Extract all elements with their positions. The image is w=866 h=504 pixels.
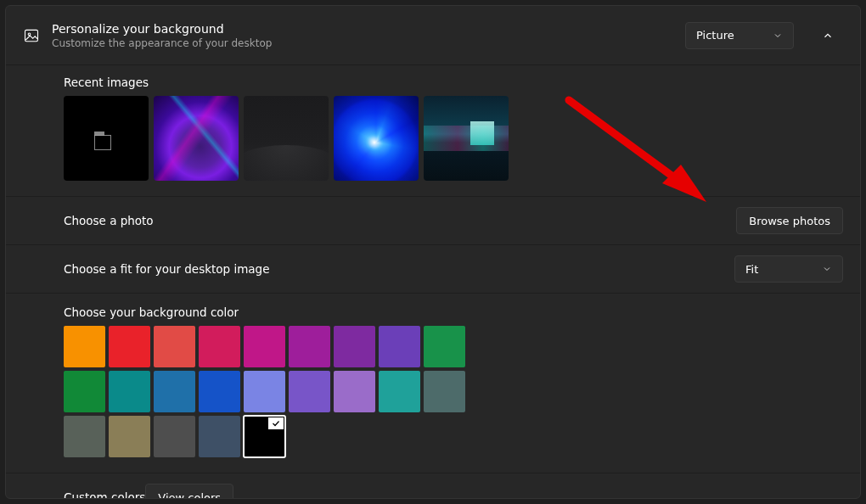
chevron-down-icon	[822, 264, 832, 274]
recent-image-thumb[interactable]	[64, 96, 149, 181]
color-swatch[interactable]	[199, 416, 240, 457]
header-row: Personalize your background Customize th…	[6, 6, 860, 65]
color-swatch[interactable]	[244, 326, 285, 367]
color-swatch[interactable]	[334, 326, 375, 367]
recent-image-thumb[interactable]	[424, 96, 509, 181]
color-swatch[interactable]	[64, 416, 105, 457]
custom-colors-row: Custom colors View colors	[6, 473, 860, 499]
recent-image-thumb[interactable]	[154, 96, 239, 181]
custom-colors-label: Custom colors	[64, 490, 145, 499]
view-colors-button[interactable]: View colors	[145, 484, 233, 499]
svg-point-1	[28, 33, 31, 36]
view-colors-button-label: View colors	[158, 491, 221, 500]
color-section: Choose your background color	[6, 294, 860, 473]
collapse-button[interactable]	[813, 20, 843, 51]
checkmark-icon	[268, 417, 284, 429]
color-swatch[interactable]	[379, 371, 420, 412]
recent-images-label: Recent images	[64, 76, 843, 89]
browse-photos-button-label: Browse photos	[749, 215, 830, 227]
recent-images-list	[64, 96, 843, 181]
recent-images-section: Recent images	[6, 65, 860, 197]
choose-photo-row: Choose a photo Browse photos	[6, 197, 860, 244]
background-type-value: Picture	[696, 29, 734, 42]
svg-rect-0	[25, 30, 38, 41]
swatch-row	[64, 416, 843, 457]
color-swatch[interactable]	[64, 326, 105, 367]
color-swatch[interactable]	[109, 371, 150, 412]
background-settings-panel: Personalize your background Customize th…	[5, 5, 861, 499]
color-swatch[interactable]	[154, 326, 195, 367]
image-icon	[23, 27, 40, 44]
recent-image-thumb[interactable]	[244, 96, 329, 181]
color-swatch[interactable]	[244, 416, 285, 457]
color-swatch[interactable]	[154, 416, 195, 457]
background-type-select[interactable]: Picture	[685, 22, 794, 49]
swatch-row	[64, 326, 843, 367]
color-swatch[interactable]	[379, 326, 420, 367]
color-swatch[interactable]	[289, 371, 330, 412]
header-subtitle: Customize the appearance of your desktop	[52, 37, 673, 49]
color-swatch[interactable]	[64, 371, 105, 412]
chevron-down-icon	[773, 31, 783, 41]
choose-fit-label: Choose a fit for your desktop image	[64, 262, 269, 276]
color-swatch[interactable]	[289, 326, 330, 367]
color-swatch[interactable]	[199, 326, 240, 367]
color-swatch[interactable]	[199, 371, 240, 412]
color-section-label: Choose your background color	[64, 305, 843, 319]
choose-fit-row: Choose a fit for your desktop image Fit	[6, 245, 860, 293]
color-swatch[interactable]	[244, 371, 285, 412]
header-titles: Personalize your background Customize th…	[52, 22, 673, 49]
header-title: Personalize your background	[52, 22, 673, 36]
color-swatch[interactable]	[109, 416, 150, 457]
color-swatch[interactable]	[424, 326, 465, 367]
color-swatch[interactable]	[334, 371, 375, 412]
choose-photo-label: Choose a photo	[64, 214, 154, 227]
swatch-row	[64, 371, 843, 412]
fit-select[interactable]: Fit	[734, 255, 843, 283]
color-swatch[interactable]	[154, 371, 195, 412]
fit-select-value: Fit	[745, 263, 758, 276]
color-swatch-grid	[64, 326, 843, 457]
browse-photos-button[interactable]: Browse photos	[736, 207, 843, 234]
color-swatch[interactable]	[109, 326, 150, 367]
color-swatch[interactable]	[424, 371, 465, 412]
recent-image-thumb[interactable]	[334, 96, 419, 181]
